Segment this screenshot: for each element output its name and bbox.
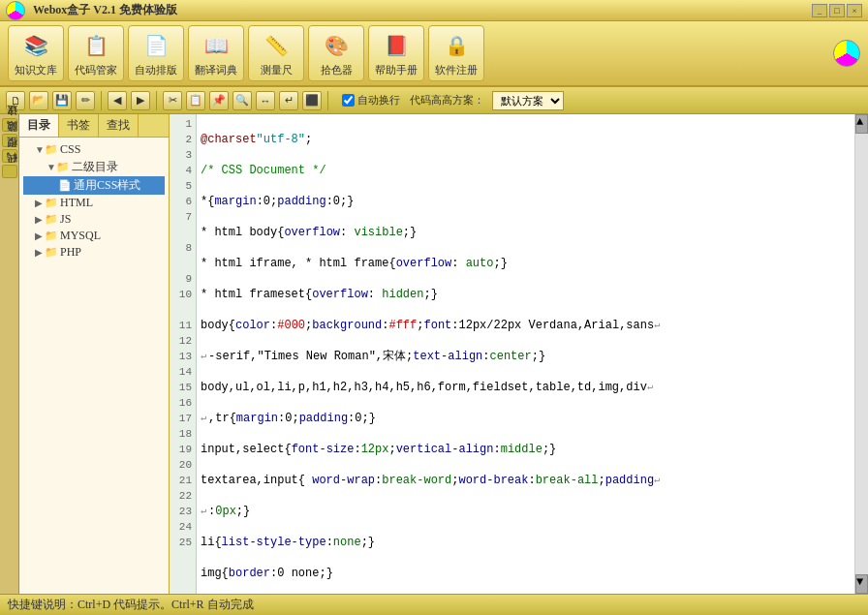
code-height-label: 代码高高方案： <box>410 93 484 108</box>
scrollbar-down[interactable]: ▼ <box>855 574 868 594</box>
code-line-6: * html frameset{overflow: hidden;} <box>201 287 851 302</box>
folder-icon-php: 📁 <box>45 246 58 259</box>
app-title: Webox盒子 V2.1 免费体验版 <box>33 2 177 18</box>
tree-item-html[interactable]: ▶ 📁 HTML <box>23 195 165 211</box>
folder-icon-js: 📁 <box>45 213 58 226</box>
code-line-9: input,select{font-size:12px;vertical-ali… <box>201 442 851 457</box>
code-line-10a: textarea,input{ word-wrap:break-word;wor… <box>201 473 851 488</box>
vertical-sidebar: 建议 隐藏 模型 代码 <box>0 114 19 594</box>
save-btn[interactable]: 💾 <box>52 91 72 110</box>
tree-label-css: CSS <box>60 142 80 157</box>
translate-icon: 📖 <box>201 30 232 61</box>
measure-button[interactable]: 📏 测量尺 <box>248 25 304 81</box>
cmy-circle-icon <box>833 40 860 67</box>
line-numbers: 1 2 3 4 5 6 7 8 9 10 11 12 13 14 15 16 1… <box>170 114 197 594</box>
minimize-button[interactable]: _ <box>812 4 827 17</box>
auto-execute-checkbox-label[interactable]: 自动换行 <box>342 93 400 108</box>
help-button[interactable]: 📕 帮助手册 <box>368 25 424 81</box>
auto-layout-icon: 📄 <box>140 30 171 61</box>
measure-icon: 📏 <box>261 30 292 61</box>
panel-tabs: 目录 书签 查找 <box>19 114 169 138</box>
editor-scrollbar[interactable]: ▲ ▼ <box>854 114 868 594</box>
sidebar-tab-propose[interactable]: 建议 <box>2 118 17 132</box>
code-line-3: *{margin:0;padding:0;} <box>201 194 851 209</box>
knowledge-button[interactable]: 📚 知识文库 <box>8 25 64 81</box>
translate-button[interactable]: 📖 翻译词典 <box>188 25 244 81</box>
color-picker-icon: 🎨 <box>321 30 352 61</box>
main-toolbar: 📚 知识文库 📋 代码管家 📄 自动排版 📖 翻译词典 📏 测量尺 🎨 拾色器 … <box>0 21 868 87</box>
code-line-10b: ↵:0px;} <box>201 504 851 519</box>
file-tree: ▼ 📁 CSS ▼ 📁 二级目录 📄 通用CSS样式 <box>19 138 169 594</box>
code-editor: 1 2 3 4 5 6 7 8 9 10 11 12 13 14 15 16 1… <box>170 114 868 594</box>
cut-btn[interactable]: ✂ <box>163 91 182 110</box>
tree-label-js: JS <box>60 212 71 227</box>
edit-btn[interactable]: ✏ <box>76 91 95 110</box>
sidebar-tab-code[interactable]: 代码 <box>2 165 17 178</box>
code-line-7a: body{color:#000;background:#fff;font:12p… <box>201 318 851 333</box>
code-line-8a: body,ul,ol,li,p,h1,h2,h3,h4,h5,h6,form,f… <box>201 380 851 395</box>
file-icon: 📄 <box>58 179 72 192</box>
code-mgr-button[interactable]: 📋 代码管家 <box>68 25 124 81</box>
code-text[interactable]: @charset "utf-8"; /* CSS Document */ *{m… <box>197 114 854 594</box>
tree-item-css-sub[interactable]: ▼ 📁 二级目录 <box>23 158 165 176</box>
tree-item-css[interactable]: ▼ 📁 CSS <box>23 141 165 158</box>
sidebar-tab-model[interactable]: 模型 <box>2 149 17 163</box>
window-controls: _ □ × <box>812 4 862 17</box>
scheme-select[interactable]: 默认方案 <box>492 91 564 110</box>
code-line-8b: ↵,tr{margin:0;padding:0;} <box>201 411 851 426</box>
code-line-7b: ↵-serif,"Times New Roman",宋体;text-align:… <box>201 349 851 364</box>
code-line-12: img{border:0 none;} <box>201 566 851 581</box>
tree-label-css-common: 通用CSS样式 <box>74 177 140 194</box>
code-mgr-icon: 📋 <box>80 30 111 61</box>
register-icon: 🔒 <box>441 30 472 61</box>
paste-btn[interactable]: 📌 <box>209 91 229 110</box>
tab-bookmark[interactable]: 书签 <box>59 114 99 137</box>
tree-item-js[interactable]: ▶ 📁 JS <box>23 211 165 228</box>
code-line-2: /* CSS Document */ <box>201 163 851 178</box>
left-panel: 目录 书签 查找 ▼ 📁 CSS ▼ 📁 二级目录 <box>19 114 170 594</box>
help-icon: 📕 <box>381 30 412 61</box>
find-btn[interactable]: 🔍 <box>232 91 252 110</box>
measure-label: 测量尺 <box>261 63 293 77</box>
code-container: 1 2 3 4 5 6 7 8 9 10 11 12 13 14 15 16 1… <box>170 114 868 594</box>
folder-icon-2: 📁 <box>56 161 70 173</box>
sep1 <box>101 91 102 110</box>
close-button[interactable]: × <box>847 4 862 17</box>
format-btn[interactable]: ⬛ <box>302 91 322 110</box>
wrap-btn[interactable]: ↵ <box>279 91 298 110</box>
code-line-11: li{list-style-type:none;} <box>201 535 851 550</box>
tree-label-mysql: MYSQL <box>60 229 101 243</box>
auto-layout-label: 自动排版 <box>135 63 177 77</box>
tab-directory[interactable]: 目录 <box>19 114 59 137</box>
tree-label-php: PHP <box>60 245 81 260</box>
tree-item-mysql[interactable]: ▶ 📁 MYSQL <box>23 228 165 244</box>
auto-layout-button[interactable]: 📄 自动排版 <box>128 25 184 81</box>
code-line-1: @charset "utf-8"; <box>201 132 851 147</box>
titlebar: Webox盒子 V2.1 免费体验版 _ □ × <box>0 0 868 21</box>
secondary-toolbar: 🗋 📂 💾 ✏ ◀ ▶ ✂ 📋 📌 🔍 ↔ ↵ ⬛ 自动换行 代码高高方案： 默… <box>0 87 868 114</box>
copy-btn[interactable]: 📋 <box>186 91 205 110</box>
code-mgr-label: 代码管家 <box>75 63 117 77</box>
sep2 <box>156 91 157 110</box>
forward-btn[interactable]: ▶ <box>131 91 150 110</box>
statusbar: 快捷键说明：Ctrl+D 代码提示。Ctrl+R 自动完成 <box>0 594 868 615</box>
tab-find[interactable]: 查找 <box>99 114 139 137</box>
knowledge-label: 知识文库 <box>15 63 57 77</box>
tree-item-css-common[interactable]: 📄 通用CSS样式 <box>23 176 165 195</box>
tree-item-php[interactable]: ▶ 📁 PHP <box>23 244 165 261</box>
app-logo <box>6 1 25 20</box>
back-btn[interactable]: ◀ <box>108 91 127 110</box>
translate-label: 翻译词典 <box>195 63 237 77</box>
open-btn[interactable]: 📂 <box>29 91 48 110</box>
color-picker-button[interactable]: 🎨 拾色器 <box>308 25 364 81</box>
register-button[interactable]: 🔒 软件注册 <box>428 25 484 81</box>
maximize-button[interactable]: □ <box>829 4 845 17</box>
sep3 <box>327 91 328 110</box>
folder-icon-html: 📁 <box>45 197 58 209</box>
replace-btn[interactable]: ↔ <box>256 91 275 110</box>
new-btn[interactable]: 🗋 <box>6 91 25 110</box>
sidebar-tab-hide[interactable]: 隐藏 <box>2 134 17 147</box>
scrollbar-up[interactable]: ▲ <box>855 114 868 134</box>
auto-execute-checkbox[interactable] <box>342 94 355 107</box>
code-line-5: * html iframe, * html frame{overflow: au… <box>201 256 851 271</box>
